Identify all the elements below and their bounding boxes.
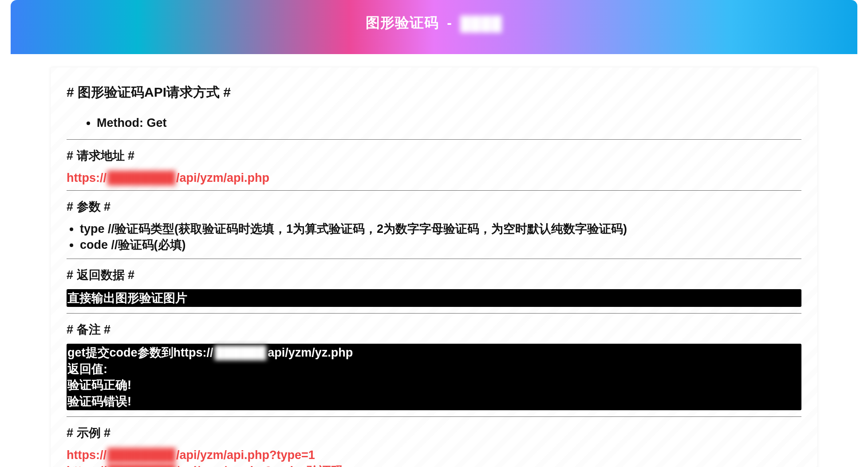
return-data-text: 直接输出图形验证图片 [67,290,801,306]
section-remark: # 备注 # get提交code参数到https://██████api/yzm… [67,322,801,417]
remark-line3: 验证码正确! [67,377,801,393]
heading-remark: # 备注 # [67,322,801,337]
heading-request-method: # 图形验证码API请求方式 # [67,83,801,102]
params-list: type //验证码类型(获取验证码时选填，1为算式验证码，2为数字字母验证码，… [67,221,801,253]
url-suffix: /api/yzm/api.php [176,171,269,184]
page-header: 图形验证码 - ████ [11,0,857,54]
page-title: 图形验证码 - ████ [11,13,857,33]
section-example: # 示例 # https://████████/api/yzm/api.php?… [67,425,801,467]
heading-params: # 参数 # [67,199,801,215]
request-url-link[interactable]: https://████████/api/yzm/api.php [67,170,801,186]
url-blurred: ████████ [107,170,176,186]
param-item-type: type //验证码类型(获取验证码时选填，1为算式验证码，2为数字字母验证码，… [80,221,801,237]
remark-line2: 返回值: [67,361,801,377]
heading-request-url: # 请求地址 # [67,148,801,164]
content-card: # 图形验证码API请求方式 # Method: Get # 请求地址 # ht… [51,67,817,467]
url-prefix: https:// [67,171,107,184]
section-return-data: # 返回数据 # 直接输出图形验证图片 [67,267,801,314]
example-link-2[interactable]: https://████████/api/yzm/yz.php?code=验证码 [67,463,801,467]
remark-body: get提交code参数到https://██████api/yzm/yz.php… [67,344,801,410]
section-request-url: # 请求地址 # https://████████/api/yzm/api.ph… [67,148,801,191]
title-left: 图形验证码 [366,15,439,31]
method-item: Method: Get [97,114,801,132]
title-separator: - [447,15,452,31]
method-list: Method: Get [67,114,801,132]
heading-return-data: # 返回数据 # [67,267,801,283]
return-data-body: 直接输出图形验证图片 [67,289,801,307]
remark-line1: get提交code参数到https://██████api/yzm/yz.php [67,345,801,361]
remark-line4: 验证码错误! [67,393,801,409]
title-right-blurred: ████ [460,16,502,32]
section-params: # 参数 # type //验证码类型(获取验证码时选填，1为算式验证码，2为数… [67,199,801,259]
section-request-method: # 图形验证码API请求方式 # Method: Get [67,83,801,140]
heading-example: # 示例 # [67,425,801,441]
example-link-1[interactable]: https://████████/api/yzm/api.php?type=1 [67,447,801,463]
param-item-code: code //验证码(必填) [80,237,801,253]
